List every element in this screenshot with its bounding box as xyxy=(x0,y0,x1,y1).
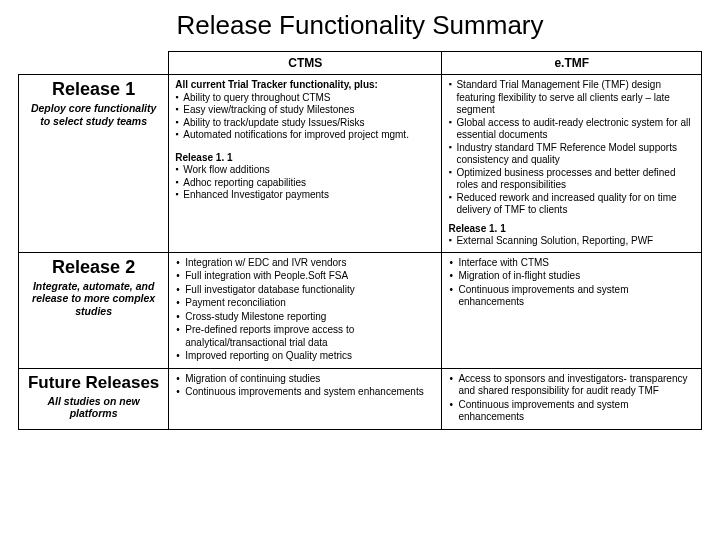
row-head-release-2: Release 2 Integrate, automate, and relea… xyxy=(19,252,169,368)
cell-ctms-r1: All current Trial Tracker functionality,… xyxy=(169,75,442,253)
list-item: Adhoc reporting capabilities xyxy=(175,177,435,190)
bullet-list: Interface with CTMS Migration of in-flig… xyxy=(448,257,695,309)
row-head-release-1: Release 1 Deploy core functionality to s… xyxy=(19,75,169,253)
list-item: Interface with CTMS xyxy=(448,257,695,270)
list-item: Continuous improvements and system enhan… xyxy=(448,284,695,309)
bullet-list: Standard Trial Management File (TMF) des… xyxy=(448,79,695,217)
cell-ctms-r2: Integration w/ EDC and IVR vendors Full … xyxy=(169,252,442,368)
list-item: External Scanning Solution, Reporting, P… xyxy=(448,235,695,248)
release-subtitle: Deploy core functionality to select stud… xyxy=(25,102,162,127)
list-item: Full integration with People.Soft FSA xyxy=(175,270,435,283)
list-item: Easy view/tracking of study Milestones xyxy=(175,104,435,117)
col-etmf: e.TMF xyxy=(442,52,702,75)
list-item: Full investigator database functionality xyxy=(175,284,435,297)
list-item: Ability to track/update study Issues/Ris… xyxy=(175,117,435,130)
col-ctms: CTMS xyxy=(169,52,442,75)
release-name: Release 2 xyxy=(25,257,162,278)
list-item: Payment reconciliation xyxy=(175,297,435,310)
list-item: Global access to audit-ready electronic … xyxy=(448,117,695,142)
cell-ctms-future: Migration of continuing studies Continuo… xyxy=(169,368,442,429)
table-header-row: CTMS e.TMF xyxy=(19,52,702,75)
page-title: Release Functionality Summary xyxy=(18,10,702,41)
bullet-list: Migration of continuing studies Continuo… xyxy=(175,373,435,399)
list-item: Ability to query throughout CTMS xyxy=(175,92,435,105)
list-item: Cross-study Milestone reporting xyxy=(175,311,435,324)
row-head-future: Future Releases All studies on new platf… xyxy=(19,368,169,429)
cell-etmf-r1: Standard Trial Management File (TMF) des… xyxy=(442,75,702,253)
list-item: Continuous improvements and system enhan… xyxy=(448,399,695,424)
sub-heading: Release 1. 1 xyxy=(175,152,435,165)
list-item: Migration of continuing studies xyxy=(175,373,435,386)
lead-text: All current Trial Tracker functionality,… xyxy=(175,79,435,92)
release-subtitle: Integrate, automate, and release to more… xyxy=(25,280,162,318)
bullet-list: Ability to query throughout CTMS Easy vi… xyxy=(175,92,435,142)
list-item: Integration w/ EDC and IVR vendors xyxy=(175,257,435,270)
release-subtitle: All studies on new platforms xyxy=(25,395,162,420)
bullet-list: Access to sponsors and investigators- tr… xyxy=(448,373,695,424)
list-item: Continuous improvements and system enhan… xyxy=(175,386,435,399)
table-row: Future Releases All studies on new platf… xyxy=(19,368,702,429)
bullet-list: External Scanning Solution, Reporting, P… xyxy=(448,235,695,248)
cell-etmf-r2: Interface with CTMS Migration of in-flig… xyxy=(442,252,702,368)
bullet-list: Integration w/ EDC and IVR vendors Full … xyxy=(175,257,435,363)
table-row: Release 2 Integrate, automate, and relea… xyxy=(19,252,702,368)
list-item: Standard Trial Management File (TMF) des… xyxy=(448,79,695,117)
list-item: Optimized business processes and better … xyxy=(448,167,695,192)
list-item: Improved reporting on Quality metrics xyxy=(175,350,435,363)
release-name: Future Releases xyxy=(25,373,162,393)
sub-heading: Release 1. 1 xyxy=(448,223,695,236)
cell-etmf-future: Access to sponsors and investigators- tr… xyxy=(442,368,702,429)
col-blank xyxy=(19,52,169,75)
list-item: Reduced rework and increased quality for… xyxy=(448,192,695,217)
list-item: Access to sponsors and investigators- tr… xyxy=(448,373,695,398)
list-item: Automated notifications for improved pro… xyxy=(175,129,435,142)
list-item: Migration of in-flight studies xyxy=(448,270,695,283)
list-item: Pre-defined reports improve access to an… xyxy=(175,324,435,349)
list-item: Industry standard TMF Reference Model su… xyxy=(448,142,695,167)
table-row: Release 1 Deploy core functionality to s… xyxy=(19,75,702,253)
summary-table: CTMS e.TMF Release 1 Deploy core functio… xyxy=(18,51,702,430)
list-item: Enhanced Investigator payments xyxy=(175,189,435,202)
bullet-list: Work flow additions Adhoc reporting capa… xyxy=(175,164,435,202)
list-item: Work flow additions xyxy=(175,164,435,177)
release-name: Release 1 xyxy=(25,79,162,100)
